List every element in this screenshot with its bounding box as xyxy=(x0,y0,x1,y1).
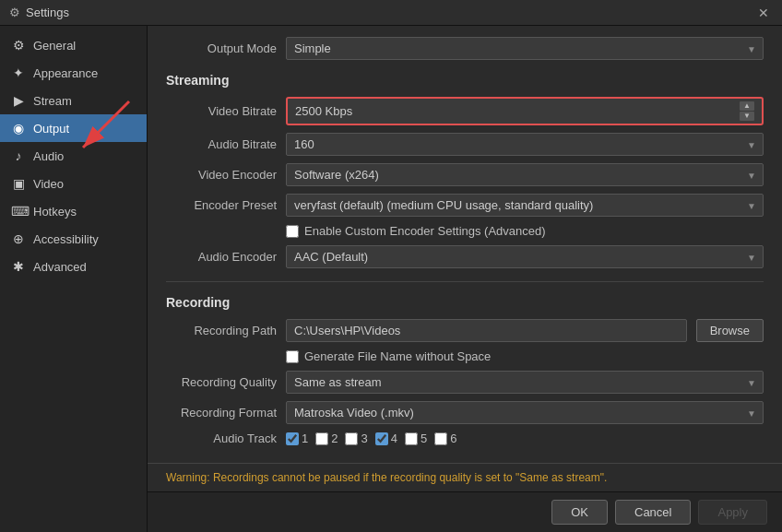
audio-track-row: Audio Track 1 2 3 xyxy=(166,432,764,445)
video-bitrate-input[interactable] xyxy=(295,104,740,118)
track-item-6: 6 xyxy=(434,432,456,445)
sidebar-item-video[interactable]: ▣ Video xyxy=(0,170,147,197)
encoder-preset-label: Encoder Preset xyxy=(166,198,277,212)
video-bitrate-label: Video Bitrate xyxy=(166,104,277,118)
ok-button[interactable]: OK xyxy=(551,500,608,525)
audio-track-label: Audio Track xyxy=(166,432,277,445)
title-bar-title: Settings xyxy=(26,6,69,19)
title-bar-left: ⚙ Settings xyxy=(9,6,69,19)
sidebar-label-stream: Stream xyxy=(33,94,72,108)
sidebar-item-hotkeys[interactable]: ⌨ Hotkeys xyxy=(0,197,147,225)
main-layout: ⚙ General ✦ Appearance ▶ Stream ◉ Output… xyxy=(0,26,782,532)
sidebar-label-video: Video xyxy=(33,177,64,191)
custom-encoder-label[interactable]: Enable Custom Encoder Settings (Advanced… xyxy=(304,224,546,238)
recording-path-input[interactable] xyxy=(286,319,687,342)
settings-gear-icon: ⚙ xyxy=(9,6,20,19)
cancel-button[interactable]: Cancel xyxy=(615,500,691,525)
track-2-label[interactable]: 2 xyxy=(331,432,338,445)
audio-bitrate-select-wrap: 6496128160192256320 ▼ xyxy=(286,133,764,156)
appearance-icon: ✦ xyxy=(11,65,26,80)
sidebar-item-accessibility[interactable]: ⊕ Accessibility xyxy=(0,225,147,253)
bitrate-down-button[interactable]: ▼ xyxy=(740,112,754,121)
streaming-section: Streaming Video Bitrate ▲ ▼ xyxy=(166,73,764,268)
track-item-2: 2 xyxy=(315,432,338,445)
track-item-3: 3 xyxy=(345,432,367,445)
encoder-preset-select-wrap: veryfast (default) (medium CPU usage, st… xyxy=(286,194,764,217)
hotkeys-icon: ⌨ xyxy=(11,204,26,219)
section-divider xyxy=(166,281,764,282)
track-3-checkbox[interactable] xyxy=(345,432,358,445)
sidebar-item-stream[interactable]: ▶ Stream xyxy=(0,87,147,114)
sidebar-item-appearance[interactable]: ✦ Appearance xyxy=(0,59,147,87)
video-bitrate-wrap: ▲ ▼ xyxy=(286,97,764,125)
footer-bar: OK Cancel Apply xyxy=(148,491,782,532)
close-button[interactable]: ✕ xyxy=(754,4,773,22)
encoder-preset-select[interactable]: veryfast (default) (medium CPU usage, st… xyxy=(286,194,764,217)
general-icon: ⚙ xyxy=(11,38,26,53)
video-bitrate-row: Video Bitrate ▲ ▼ xyxy=(166,97,764,125)
bitrate-spinners: ▲ ▼ xyxy=(740,101,754,121)
recording-quality-select-wrap: Same as stream High Quality Indistinguis… xyxy=(286,371,764,394)
recording-format-select[interactable]: Matroska Video (.mkv) MP4MOVFLVTS xyxy=(286,401,764,424)
sidebar-item-output[interactable]: ◉ Output xyxy=(0,114,147,142)
sidebar-item-advanced[interactable]: ✱ Advanced xyxy=(0,253,147,280)
audio-encoder-row: Audio Encoder AAC (Default) MP3 ▼ xyxy=(166,245,764,268)
output-mode-label: Output Mode xyxy=(166,41,277,55)
sidebar-label-advanced: Advanced xyxy=(33,260,87,274)
track-item-1: 1 xyxy=(286,432,308,445)
stream-icon: ▶ xyxy=(11,93,26,108)
sidebar-item-audio[interactable]: ♪ Audio xyxy=(0,142,147,170)
video-encoder-row: Video Encoder Software (x264) Hardware (… xyxy=(166,163,764,186)
output-mode-select[interactable]: Simple Advanced xyxy=(286,37,764,60)
sidebar-label-appearance: Appearance xyxy=(33,66,98,80)
audio-icon: ♪ xyxy=(11,148,26,163)
video-icon: ▣ xyxy=(11,176,26,191)
warning-bar: Warning: Recordings cannot be paused if … xyxy=(148,463,782,491)
apply-button[interactable]: Apply xyxy=(698,500,767,525)
generate-filename-row: Generate File Name without Space xyxy=(166,349,764,363)
track-4-label[interactable]: 4 xyxy=(391,432,397,445)
track-item-5: 5 xyxy=(405,432,427,445)
video-encoder-label: Video Encoder xyxy=(166,168,277,182)
browse-button[interactable]: Browse xyxy=(696,319,764,342)
track-4-checkbox[interactable] xyxy=(375,432,388,445)
track-1-checkbox[interactable] xyxy=(286,432,299,445)
recording-format-label: Recording Format xyxy=(166,406,277,420)
output-mode-select-wrap: Simple Advanced ▼ xyxy=(286,37,764,60)
recording-path-row: Recording Path Browse xyxy=(166,319,764,342)
custom-encoder-checkbox[interactable] xyxy=(286,225,299,238)
track-5-label[interactable]: 5 xyxy=(421,432,427,445)
sidebar-label-general: General xyxy=(33,39,76,53)
track-3-label[interactable]: 3 xyxy=(361,432,367,445)
generate-filename-checkbox[interactable] xyxy=(286,350,299,363)
recording-format-row: Recording Format Matroska Video (.mkv) M… xyxy=(166,401,764,424)
audio-track-options: 1 2 3 4 xyxy=(286,432,456,445)
track-6-label[interactable]: 6 xyxy=(450,432,456,445)
sidebar-label-accessibility: Accessibility xyxy=(33,232,99,246)
sidebar-item-general[interactable]: ⚙ General xyxy=(0,31,147,59)
recording-quality-label: Recording Quality xyxy=(166,375,277,389)
audio-encoder-select-wrap: AAC (Default) MP3 ▼ xyxy=(286,245,764,268)
sidebar: ⚙ General ✦ Appearance ▶ Stream ◉ Output… xyxy=(0,26,148,532)
track-1-label[interactable]: 1 xyxy=(302,432,308,445)
track-2-checkbox[interactable] xyxy=(315,432,328,445)
recording-quality-row: Recording Quality Same as stream High Qu… xyxy=(166,371,764,394)
streaming-section-title: Streaming xyxy=(166,73,764,88)
warning-text: Warning: Recordings cannot be paused if … xyxy=(166,471,607,484)
bitrate-up-button[interactable]: ▲ xyxy=(740,101,754,111)
advanced-icon: ✱ xyxy=(11,259,26,274)
audio-bitrate-select[interactable]: 6496128160192256320 xyxy=(286,133,764,156)
recording-quality-select[interactable]: Same as stream High Quality Indistinguis… xyxy=(286,371,764,394)
content-area: Output Mode Simple Advanced ▼ Streaming … xyxy=(148,26,782,532)
audio-encoder-label: Audio Encoder xyxy=(166,250,277,264)
recording-path-label: Recording Path xyxy=(166,324,277,337)
sidebar-label-audio: Audio xyxy=(33,149,64,163)
audio-encoder-select[interactable]: AAC (Default) MP3 xyxy=(286,245,764,268)
track-5-checkbox[interactable] xyxy=(405,432,418,445)
track-item-4: 4 xyxy=(375,432,397,445)
video-encoder-select[interactable]: Software (x264) Hardware (NVENC) xyxy=(286,163,764,186)
sidebar-label-hotkeys: Hotkeys xyxy=(33,205,77,219)
track-6-checkbox[interactable] xyxy=(434,432,447,445)
generate-filename-label[interactable]: Generate File Name without Space xyxy=(304,349,491,363)
title-bar: ⚙ Settings ✕ xyxy=(0,0,782,26)
